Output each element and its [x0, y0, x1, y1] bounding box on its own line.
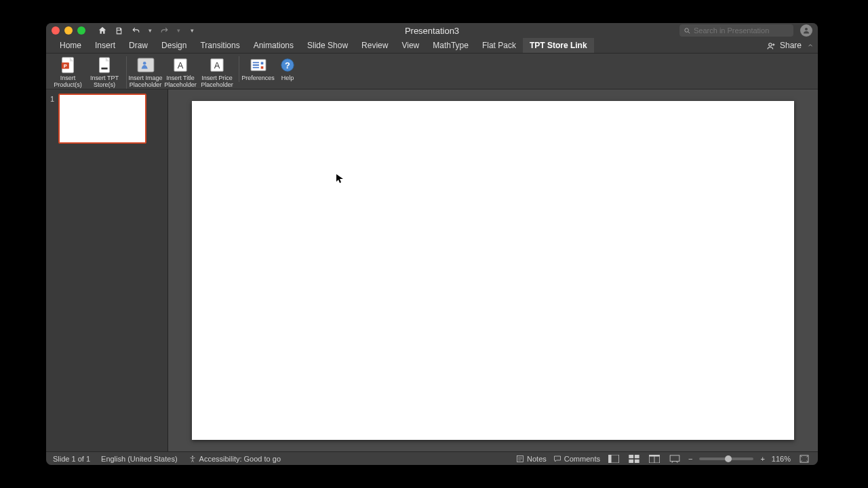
search-input[interactable]: [694, 26, 789, 35]
tab-slide-show[interactable]: Slide Show: [300, 38, 355, 53]
svg-rect-13: [138, 58, 154, 72]
status-bar: Slide 1 of 1 English (United States) Acc…: [46, 451, 818, 465]
zoom-level[interactable]: 116%: [772, 455, 791, 463]
tab-home[interactable]: Home: [53, 38, 88, 53]
title-placeholder-icon: A: [171, 56, 190, 74]
search-box[interactable]: [679, 24, 793, 37]
preferences-button[interactable]: Preferences: [239, 56, 274, 82]
undo-button[interactable]: [131, 26, 141, 35]
comments-icon: [553, 455, 561, 463]
minimize-window-button[interactable]: [64, 26, 73, 35]
redo-dropdown[interactable]: ▾: [177, 27, 180, 34]
slide-count-status: Slide 1 of 1: [53, 455, 90, 463]
svg-rect-33: [608, 455, 611, 463]
share-icon[interactable]: [767, 41, 776, 50]
slide-thumbnail-1[interactable]: [58, 94, 146, 144]
svg-point-2: [805, 28, 808, 30]
help-icon: ?: [278, 56, 297, 74]
slide-canvas-area[interactable]: [168, 89, 818, 451]
svg-point-27: [192, 455, 193, 457]
zoom-in-button[interactable]: +: [760, 455, 764, 463]
maximize-window-button[interactable]: [77, 26, 85, 35]
ribbon-tabs: Home Insert Draw Design Transitions Anim…: [46, 38, 818, 53]
close-window-button[interactable]: [52, 26, 60, 35]
svg-rect-41: [670, 455, 679, 461]
notes-icon: [516, 455, 524, 463]
svg-text:A: A: [178, 60, 184, 70]
slide-number: 1: [50, 95, 56, 103]
ribbon-label: Insert Image Placeholder: [128, 75, 162, 89]
svg-rect-37: [635, 459, 639, 462]
help-button[interactable]: ? Help: [275, 56, 300, 82]
svg-text:?: ?: [285, 60, 290, 70]
tab-draw[interactable]: Draw: [122, 38, 155, 53]
collapse-ribbon-button[interactable]: [807, 42, 814, 49]
zoom-out-button[interactable]: −: [688, 455, 692, 463]
titlebar: ▾ ▾ ▾ Presentation3: [46, 23, 818, 38]
tab-mathtype[interactable]: MathType: [426, 38, 475, 53]
ribbon-label: Insert Product(s): [54, 75, 82, 89]
accessibility-icon: [189, 455, 197, 463]
svg-line-1: [688, 31, 690, 33]
powerpoint-file-icon: P: [58, 56, 77, 74]
quick-access-toolbar: ▾ ▾ ▾: [98, 26, 194, 35]
undo-dropdown[interactable]: ▾: [149, 27, 152, 34]
mouse-cursor-icon: [336, 174, 343, 184]
redo-button[interactable]: [159, 26, 170, 35]
slide-thumbnail-panel[interactable]: 1: [46, 89, 168, 451]
home-icon[interactable]: [98, 26, 107, 35]
main-area: 1: [46, 89, 818, 451]
zoom-slider-thumb[interactable]: [725, 455, 732, 462]
tab-review[interactable]: Review: [355, 38, 395, 53]
price-placeholder-icon: A: [208, 56, 226, 74]
ribbon-label: Insert Price Placeholder: [201, 75, 233, 89]
accessibility-status[interactable]: Accessibility: Good to go: [189, 455, 281, 463]
svg-rect-34: [629, 455, 633, 458]
document-title: Presentation3: [405, 26, 459, 36]
svg-text:P: P: [64, 63, 67, 69]
ribbon-label: Help: [281, 75, 294, 82]
svg-rect-24: [260, 66, 263, 69]
document-icon: [95, 56, 114, 74]
notes-button[interactable]: Notes: [516, 455, 547, 463]
svg-point-0: [685, 28, 689, 32]
zoom-slider[interactable]: [699, 458, 753, 460]
preferences-icon: [249, 56, 268, 74]
ribbon: P Insert Product(s) Insert TPT Store(s) …: [46, 53, 818, 89]
insert-tpt-stores-button[interactable]: Insert TPT Store(s): [87, 56, 122, 89]
svg-rect-40: [649, 455, 659, 457]
insert-title-placeholder-button[interactable]: A Insert Title Placeholder: [163, 56, 198, 89]
comments-button[interactable]: Comments: [553, 455, 600, 463]
tab-view[interactable]: View: [395, 38, 426, 53]
app-window: ▾ ▾ ▾ Presentation3 Home Insert Draw Des…: [46, 23, 818, 465]
fit-to-window-button[interactable]: [797, 454, 811, 464]
insert-products-button[interactable]: P Insert Product(s): [50, 56, 85, 89]
account-button[interactable]: [800, 24, 812, 37]
svg-rect-12: [101, 68, 107, 70]
tab-tpt-store-link[interactable]: TPT Store Link: [523, 38, 594, 53]
svg-point-14: [142, 62, 146, 65]
slide-canvas[interactable]: [192, 101, 794, 440]
ribbon-label: Preferences: [241, 75, 275, 82]
tab-transitions[interactable]: Transitions: [193, 38, 246, 53]
tab-design[interactable]: Design: [155, 38, 193, 53]
language-status[interactable]: English (United States): [101, 455, 178, 463]
slide-sorter-view-button[interactable]: [627, 454, 641, 464]
reading-view-button[interactable]: [648, 454, 661, 464]
svg-point-3: [769, 43, 772, 45]
insert-price-placeholder-button[interactable]: A Insert Price Placeholder: [199, 56, 235, 89]
normal-view-button[interactable]: [607, 454, 620, 464]
qat-customize[interactable]: ▾: [191, 27, 194, 34]
tab-flat-pack[interactable]: Flat Pack: [475, 38, 523, 53]
insert-image-placeholder-button[interactable]: Insert Image Placeholder: [126, 56, 161, 89]
slideshow-view-button[interactable]: [668, 454, 682, 464]
image-placeholder-icon: [136, 56, 155, 74]
svg-text:A: A: [214, 60, 220, 70]
tab-animations[interactable]: Animations: [247, 38, 300, 53]
slide-thumbnail-row: 1: [50, 94, 163, 144]
ribbon-label: Insert TPT Store(s): [90, 75, 119, 89]
ribbon-label: Insert Title Placeholder: [164, 75, 197, 89]
tab-insert[interactable]: Insert: [88, 38, 122, 53]
share-button[interactable]: Share: [780, 41, 802, 50]
save-icon[interactable]: [115, 26, 123, 35]
